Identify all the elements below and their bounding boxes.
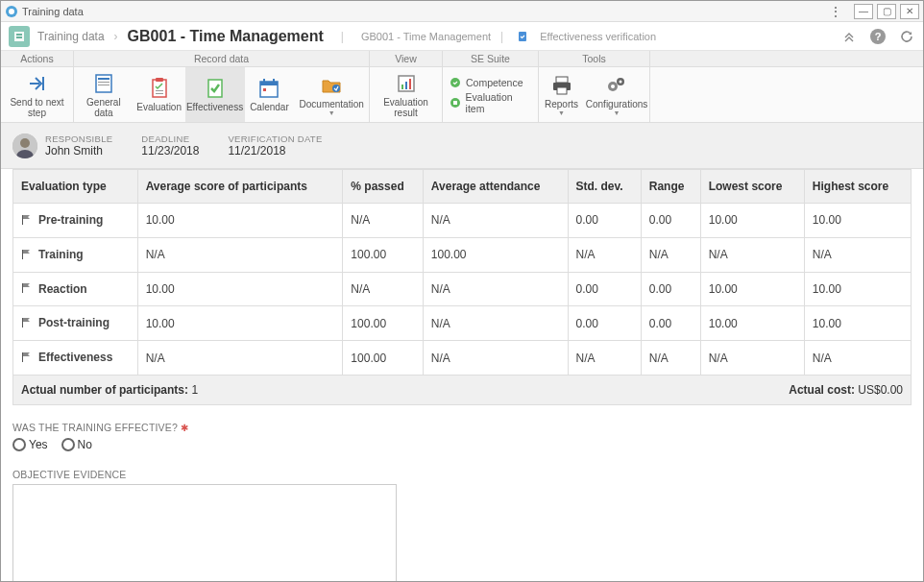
dropdown-arrow-icon: ▼ xyxy=(328,109,335,116)
data-cell: 0.00 xyxy=(641,272,700,306)
verification-date-label: VERIFICATION DATE xyxy=(228,133,322,144)
data-cell: 0.00 xyxy=(568,306,641,341)
data-cell: 100.00 xyxy=(343,341,423,376)
evaluation-item-link[interactable]: Evaluation item xyxy=(449,91,532,114)
col-header: Lowest score xyxy=(700,170,804,204)
evaluation-result-button[interactable]: Evaluation result xyxy=(370,67,442,122)
breadcrumb-sub: GB001 - Time Management xyxy=(361,31,491,42)
svg-rect-11 xyxy=(153,80,166,97)
header-breadcrumb: Training data › GB001 - Time Management … xyxy=(1,22,923,51)
effectiveness-button[interactable]: Effectiveness xyxy=(185,67,245,122)
responsible-value: John Smith xyxy=(45,144,112,158)
dropdown-arrow-icon: ▼ xyxy=(558,109,565,116)
collapse-up-icon[interactable] xyxy=(840,28,858,45)
chevron-right-icon: › xyxy=(114,30,118,43)
svg-point-1 xyxy=(9,9,14,14)
responsible-label: RESPONSIBLE xyxy=(45,133,112,144)
ribbon-label-tools: Tools xyxy=(539,51,650,66)
data-cell: N/A xyxy=(137,237,343,272)
col-header: Evaluation type xyxy=(13,170,138,204)
documentation-button[interactable]: Documentation ▼ xyxy=(294,67,369,122)
radio-yes[interactable]: Yes xyxy=(12,438,48,451)
svg-rect-43 xyxy=(22,352,23,362)
cost-label: Actual cost: xyxy=(789,383,855,397)
data-cell: 0.00 xyxy=(641,204,700,238)
verification-date-value: 11/21/2018 xyxy=(228,144,322,158)
svg-rect-23 xyxy=(401,85,403,89)
svg-rect-17 xyxy=(260,82,278,85)
minimize-button[interactable]: — xyxy=(854,4,873,19)
svg-rect-12 xyxy=(156,78,163,82)
svg-rect-19 xyxy=(273,79,275,84)
help-button[interactable]: ? xyxy=(869,28,887,45)
data-cell: 10.00 xyxy=(700,272,804,306)
effective-question-label: WAS THE TRAINING EFFECTIVE? xyxy=(12,422,178,433)
data-cell: 10.00 xyxy=(804,204,911,238)
general-data-button[interactable]: General data xyxy=(74,67,134,122)
competence-link[interactable]: Competence xyxy=(449,76,532,89)
row-type-cell: Reaction xyxy=(13,272,138,306)
table-row: Reaction10.00N/AN/A0.000.0010.0010.00 xyxy=(13,272,912,306)
form-icon xyxy=(92,72,115,95)
gears-icon xyxy=(605,74,628,97)
svg-rect-42 xyxy=(22,318,23,327)
svg-rect-6 xyxy=(42,77,44,90)
svg-point-33 xyxy=(611,85,615,88)
calendar-icon xyxy=(257,77,280,100)
send-to-next-step-button[interactable]: Send to next step xyxy=(1,67,73,122)
window-title: Training data xyxy=(22,6,827,17)
col-header: % passed xyxy=(343,170,423,204)
data-cell: N/A xyxy=(700,341,804,376)
refresh-icon[interactable] xyxy=(898,28,915,45)
evidence-label: OBJECTIVE EVIDENCE xyxy=(12,469,912,480)
svg-rect-28 xyxy=(453,101,457,105)
flag-icon xyxy=(21,214,35,228)
calendar-button[interactable]: Calendar xyxy=(245,67,295,122)
training-data-window: Training data ⋮ — ▢ ✕ Training data › GB… xyxy=(0,0,924,582)
data-cell: N/A xyxy=(804,237,911,272)
ribbon-label-record: Record data xyxy=(74,51,370,66)
data-cell: N/A xyxy=(423,272,568,306)
svg-rect-40 xyxy=(22,250,23,259)
deadline-value: 11/23/2018 xyxy=(141,144,199,158)
flag-icon xyxy=(21,317,35,330)
row-type-cell: Pre-training xyxy=(13,204,138,238)
data-cell: 10.00 xyxy=(700,204,804,238)
participants-value: 1 xyxy=(191,383,198,397)
kebab-menu-icon[interactable]: ⋮ xyxy=(827,3,844,20)
ribbon-group-labels: Actions Record data View SE Suite Tools xyxy=(1,51,923,67)
data-cell: 100.00 xyxy=(423,237,568,272)
effectiveness-table: Evaluation typeAverage score of particip… xyxy=(12,169,912,376)
next-step-icon xyxy=(26,72,49,95)
svg-rect-8 xyxy=(98,78,109,80)
row-type-cell: Effectiveness xyxy=(13,341,138,376)
clipboard-check-icon xyxy=(516,30,529,43)
effective-question: WAS THE TRAINING EFFECTIVE? ✱ Yes No xyxy=(12,421,912,451)
evaluation-button[interactable]: Evaluation xyxy=(134,67,185,122)
col-header: Range xyxy=(641,170,700,204)
configurations-button[interactable]: Configurations ▼ xyxy=(584,67,649,122)
content-area: Evaluation typeAverage score of particip… xyxy=(1,169,923,581)
result-icon xyxy=(395,72,418,95)
row-type-cell: Training xyxy=(13,237,138,272)
maximize-button[interactable]: ▢ xyxy=(877,4,896,19)
data-cell: N/A xyxy=(423,204,568,238)
data-cell: 100.00 xyxy=(343,237,423,272)
window-controls: — ▢ ✕ xyxy=(854,4,919,19)
evidence-textarea[interactable] xyxy=(12,484,397,581)
data-cell: N/A xyxy=(568,237,641,272)
radio-no[interactable]: No xyxy=(61,438,92,451)
radio-circle-icon xyxy=(61,438,75,451)
objective-evidence-block: OBJECTIVE EVIDENCE xyxy=(12,469,912,581)
titlebar: Training data ⋮ — ▢ ✕ xyxy=(1,1,923,22)
data-cell: N/A xyxy=(700,237,804,272)
reports-button[interactable]: Reports ▼ xyxy=(539,67,584,122)
table-row: TrainingN/A100.00100.00N/AN/AN/AN/A xyxy=(13,237,912,272)
svg-point-37 xyxy=(20,138,30,148)
ribbon-label-view: View xyxy=(370,51,443,66)
svg-rect-14 xyxy=(156,93,163,94)
close-button[interactable]: ✕ xyxy=(900,4,919,19)
module-icon xyxy=(9,26,30,47)
table-header-row: Evaluation typeAverage score of particip… xyxy=(13,170,912,204)
breadcrumb-root[interactable]: Training data xyxy=(37,30,105,43)
